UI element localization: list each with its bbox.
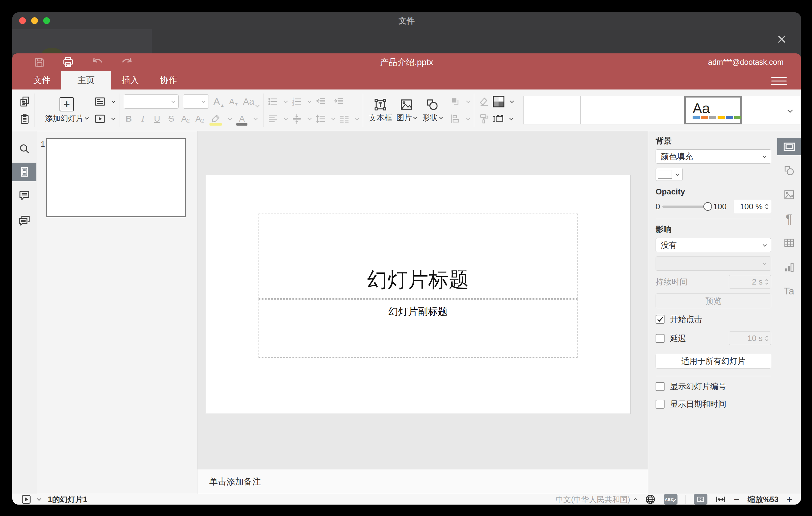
- copy-button[interactable]: [19, 96, 30, 107]
- underline-button[interactable]: U: [152, 114, 162, 124]
- fit-slide-button[interactable]: [694, 494, 707, 505]
- increase-font-button[interactable]: A▲: [213, 96, 225, 108]
- theme-thumbnail[interactable]: [638, 96, 684, 124]
- step-down-icon[interactable]: [765, 206, 768, 209]
- checkbox-checked[interactable]: [656, 315, 665, 324]
- account-email[interactable]: adm***@dootask.com: [708, 53, 784, 71]
- redo-button[interactable]: [121, 56, 133, 68]
- zoom-in-button[interactable]: +: [786, 494, 792, 504]
- insert-textbox-button[interactable]: 文本框: [368, 98, 393, 123]
- slide[interactable]: 幻灯片标题 幻灯片副标题: [206, 175, 630, 413]
- insert-image-button[interactable]: 图片: [393, 98, 419, 123]
- show-slide-number-row[interactable]: 显示幻灯片编号: [656, 381, 771, 392]
- set-language-button[interactable]: [645, 494, 656, 505]
- bullet-list-button[interactable]: [268, 96, 278, 107]
- tab-insert[interactable]: 插入: [111, 71, 149, 89]
- language-selector[interactable]: 中文(中华人民共和国): [556, 494, 637, 505]
- show-date-time-row[interactable]: 显示日期和时间: [656, 399, 771, 409]
- checkbox-unchecked[interactable]: [656, 382, 665, 391]
- checkbox-unchecked[interactable]: [656, 334, 665, 343]
- checkbox-unchecked[interactable]: [656, 400, 665, 409]
- slide-thumbnail-1[interactable]: [46, 138, 186, 217]
- theme-thumbnail[interactable]: [581, 96, 638, 124]
- align-shapes-button[interactable]: [450, 114, 461, 124]
- chevron-up-icon: [633, 498, 637, 502]
- background-fill-select[interactable]: 颜色填充: [656, 149, 771, 164]
- add-slide-button[interactable]: + 添加幻灯片: [39, 97, 94, 123]
- bold-button[interactable]: B: [124, 114, 134, 124]
- tab-collaboration[interactable]: 协作: [149, 71, 187, 89]
- notes-area[interactable]: 单击添加备注: [198, 469, 648, 494]
- arrange-shapes-button[interactable]: [450, 96, 461, 107]
- superscript-button[interactable]: A2: [180, 114, 190, 124]
- opacity-slider[interactable]: [662, 205, 708, 208]
- textart-settings-button[interactable]: Ta: [777, 282, 801, 300]
- image-settings-button[interactable]: [777, 186, 801, 203]
- slide-layout-button[interactable]: [94, 96, 106, 107]
- slider-handle[interactable]: [703, 202, 712, 211]
- numbered-list-button[interactable]: 123: [292, 96, 302, 107]
- slide-canvas[interactable]: 幻灯片标题 幻灯片副标题: [198, 131, 648, 469]
- tab-home[interactable]: 主页: [61, 71, 111, 89]
- subscript-button[interactable]: A2: [195, 114, 205, 124]
- theme-thumbnail[interactable]: [742, 96, 779, 124]
- shape-settings-button[interactable]: [777, 162, 801, 179]
- spellcheck-button[interactable]: ABC: [664, 494, 677, 505]
- start-preview-button[interactable]: [21, 494, 31, 505]
- start-on-click-row[interactable]: 开始点击: [656, 314, 771, 325]
- vertical-align-button[interactable]: [292, 114, 302, 124]
- insert-shape-button[interactable]: 形状: [419, 98, 445, 123]
- paste-button[interactable]: [19, 113, 30, 124]
- sidebar-chat-button[interactable]: [12, 211, 36, 230]
- copy-style-button[interactable]: [478, 113, 490, 124]
- font-size-select[interactable]: [183, 94, 209, 109]
- menu-button[interactable]: [771, 75, 787, 86]
- decrease-font-button[interactable]: A▼: [229, 97, 239, 107]
- apply-to-all-button[interactable]: 适用于所有幻灯片: [656, 354, 771, 369]
- theme-gallery-expand-button[interactable]: [779, 96, 801, 124]
- sidebar-search-button[interactable]: [12, 140, 36, 158]
- fit-width-button[interactable]: [716, 494, 726, 505]
- strikethrough-button[interactable]: S: [166, 114, 176, 124]
- increase-indent-button[interactable]: [333, 96, 344, 107]
- slide-settings-button[interactable]: [777, 138, 801, 155]
- change-case-button[interactable]: Aa: [243, 96, 259, 107]
- decrease-indent-button[interactable]: [315, 96, 326, 107]
- increase-indent-icon: [333, 96, 344, 107]
- print-button[interactable]: [62, 56, 74, 68]
- theme-thumbnail-selected[interactable]: Aa: [684, 96, 742, 124]
- chart-settings-button[interactable]: [777, 258, 801, 276]
- start-slideshow-button[interactable]: [94, 113, 106, 125]
- font-name-select[interactable]: [124, 94, 179, 109]
- columns-button[interactable]: [339, 114, 350, 124]
- highlight-color-button[interactable]: [209, 114, 223, 124]
- close-editor-button[interactable]: [774, 31, 790, 47]
- horizontal-align-button[interactable]: [268, 114, 278, 124]
- undo-button[interactable]: [91, 56, 104, 68]
- theme-colors: [693, 116, 741, 119]
- chevron-down-icon[interactable]: [37, 497, 41, 501]
- tab-file[interactable]: 文件: [23, 71, 61, 89]
- background-color-picker[interactable]: [656, 168, 683, 181]
- slide-subtitle-text: 幻灯片副标题: [388, 305, 448, 318]
- effect-select[interactable]: 没有: [656, 238, 771, 252]
- save-button[interactable]: [34, 57, 45, 68]
- subtitle-placeholder[interactable]: 幻灯片副标题: [259, 299, 578, 358]
- italic-button[interactable]: I: [138, 114, 148, 124]
- chevron-down-icon: [466, 99, 470, 103]
- color-scheme-button[interactable]: [493, 96, 504, 107]
- slide-size-button[interactable]: [493, 113, 504, 124]
- sidebar-comments-button[interactable]: [12, 186, 36, 205]
- line-spacing-button[interactable]: [315, 114, 326, 124]
- table-settings-button[interactable]: [777, 234, 801, 252]
- delay-row[interactable]: 延迟: [656, 333, 686, 344]
- paragraph-settings-button[interactable]: ¶: [777, 210, 801, 227]
- sidebar-slides-button[interactable]: [12, 163, 36, 181]
- slides-icon: [19, 166, 30, 178]
- title-placeholder[interactable]: 幻灯片标题: [259, 213, 578, 299]
- font-color-button[interactable]: A: [236, 114, 248, 124]
- erase-button[interactable]: [478, 96, 490, 107]
- opacity-spinner[interactable]: 100 %: [734, 200, 771, 213]
- zoom-out-button[interactable]: −: [734, 494, 740, 504]
- theme-thumbnail[interactable]: [523, 96, 581, 124]
